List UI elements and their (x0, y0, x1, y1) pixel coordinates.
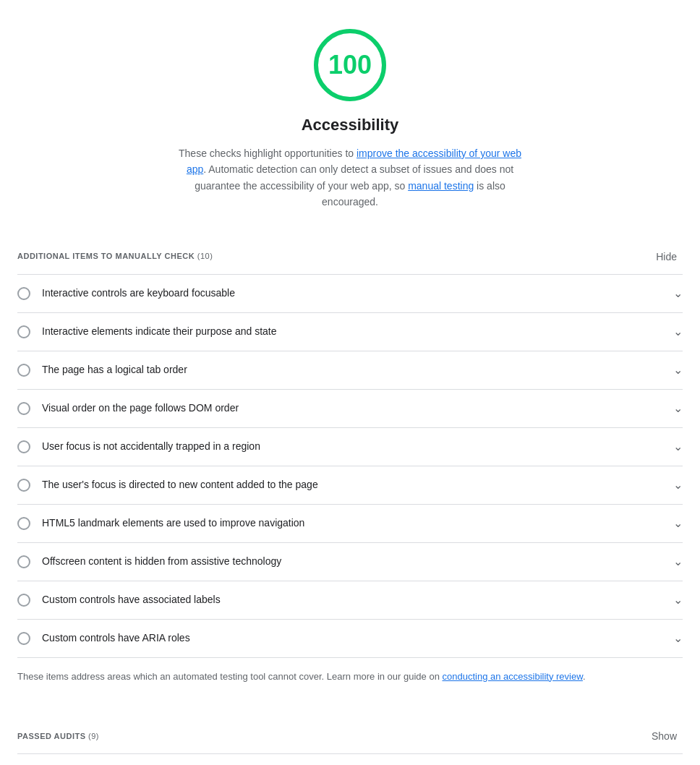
audit-status-icon (17, 364, 30, 377)
audit-label: HTML5 landmark elements are used to impr… (42, 516, 662, 531)
chevron-down-icon: ⌄ (673, 630, 683, 647)
manual-note-prefix: These items address areas which an autom… (17, 671, 443, 682)
audit-item-offscreen-content[interactable]: Offscreen content is hidden from assisti… (17, 543, 683, 581)
audit-status-icon (17, 594, 30, 607)
audit-list: Interactive controls are keyboard focusa… (17, 274, 683, 658)
audit-label: The page has a logical tab order (42, 362, 662, 377)
audit-label: Custom controls have associated labels (42, 592, 662, 607)
score-title: Accessibility (302, 113, 399, 137)
accessibility-review-link[interactable]: conducting an accessibility review (443, 671, 583, 682)
passed-audits-toggle[interactable]: Show (646, 727, 683, 745)
chevron-down-icon: ⌄ (673, 476, 683, 494)
audit-label: User focus is not accidentally trapped i… (42, 439, 662, 454)
manual-check-toggle[interactable]: Hide (650, 248, 683, 265)
audit-label: The user's focus is directed to new cont… (42, 477, 662, 492)
chevron-down-icon: ⌄ (673, 362, 683, 379)
chevron-down-icon: ⌄ (673, 515, 683, 532)
audit-status-icon (17, 632, 30, 645)
audit-item-aria-roles[interactable]: Custom controls have ARIA roles ⌄ (17, 620, 683, 658)
audit-status-icon (17, 440, 30, 453)
audit-item-focus-new-content[interactable]: The user's focus is directed to new cont… (17, 466, 683, 505)
audit-label: Interactive elements indicate their purp… (42, 324, 662, 339)
audit-status-icon (17, 287, 30, 300)
audit-status-icon (17, 555, 30, 568)
audit-item-dom-order[interactable]: Visual order on the page follows DOM ord… (17, 390, 683, 428)
audit-label: Offscreen content is hidden from assisti… (42, 554, 662, 569)
score-section: 100 Accessibility These checks highlight… (17, 29, 683, 210)
manual-check-title: ADDITIONAL ITEMS TO MANUALLY CHECK (10) (17, 250, 213, 262)
score-value: 100 (328, 46, 372, 85)
audit-status-icon (17, 402, 30, 415)
audit-status-icon (17, 479, 30, 492)
score-description: These checks highlight opportunities to … (169, 145, 531, 210)
audit-label: Interactive controls are keyboard focusa… (42, 286, 662, 301)
audit-item-keyboard-focusable[interactable]: Interactive controls are keyboard focusa… (17, 275, 683, 313)
audit-status-icon (17, 517, 30, 530)
audit-status-icon (17, 325, 30, 338)
manual-check-section-header: ADDITIONAL ITEMS TO MANUALLY CHECK (10) … (17, 239, 683, 274)
audit-item-landmark-elements[interactable]: HTML5 landmark elements are used to impr… (17, 505, 683, 543)
chevron-down-icon: ⌄ (673, 553, 683, 570)
audit-label: Custom controls have ARIA roles (42, 631, 662, 646)
chevron-down-icon: ⌄ (673, 400, 683, 417)
chevron-down-icon: ⌄ (673, 285, 683, 302)
passed-audits-divider (17, 753, 683, 754)
audit-item-purpose-state[interactable]: Interactive elements indicate their purp… (17, 313, 683, 351)
audit-label: Visual order on the page follows DOM ord… (42, 401, 662, 416)
manual-testing-link[interactable]: manual testing (408, 180, 474, 192)
audit-item-focus-trap[interactable]: User focus is not accidentally trapped i… (17, 428, 683, 466)
description-prefix: These checks highlight opportunities to (179, 148, 357, 159)
audit-item-tab-order[interactable]: The page has a logical tab order ⌄ (17, 351, 683, 390)
passed-audits-title: PASSED AUDITS (9) (17, 730, 99, 743)
chevron-down-icon: ⌄ (673, 438, 683, 456)
chevron-down-icon: ⌄ (673, 323, 683, 341)
passed-audits-header: PASSED AUDITS (9) Show (17, 719, 683, 753)
manual-note: These items address areas which an autom… (17, 658, 683, 691)
score-circle: 100 (314, 29, 386, 101)
manual-note-suffix: . (583, 671, 586, 682)
passed-audits-section: PASSED AUDITS (9) Show (17, 719, 683, 754)
audit-item-custom-labels[interactable]: Custom controls have associated labels ⌄ (17, 581, 683, 620)
chevron-down-icon: ⌄ (673, 591, 683, 609)
